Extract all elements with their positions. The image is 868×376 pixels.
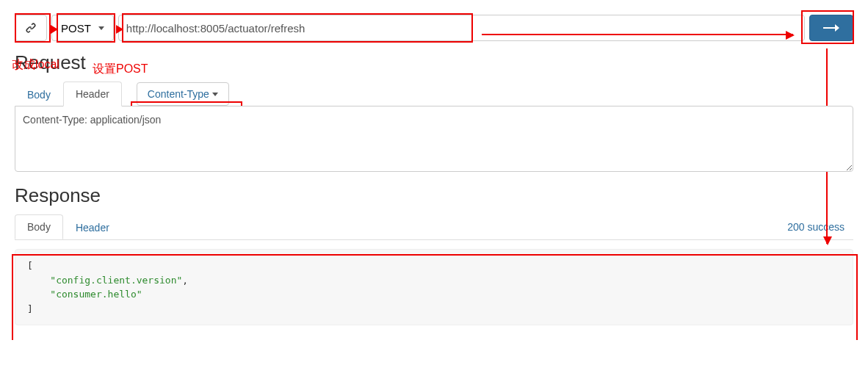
response-status: 200 success — [778, 215, 853, 239]
url-input[interactable] — [118, 15, 805, 41]
send-button[interactable] — [809, 15, 853, 41]
tab-request-body[interactable]: Body — [15, 82, 63, 106]
tab-response-body[interactable]: Body — [15, 214, 63, 239]
http-method-label: POST — [61, 22, 91, 35]
content-type-label: Content-Type — [148, 88, 209, 100]
tab-request-header[interactable]: Header — [63, 82, 122, 106]
request-tabs: Body Header Content-Type — [15, 82, 853, 106]
http-method-select[interactable]: POST — [51, 15, 114, 41]
headers-textarea[interactable] — [15, 106, 853, 172]
tab-response-header[interactable]: Header — [63, 215, 122, 239]
request-bar: POST — [15, 15, 853, 41]
request-title: Request — [15, 51, 853, 74]
arrow-right-icon — [823, 23, 839, 33]
content-type-dropdown[interactable]: Content-Type — [137, 82, 229, 106]
response-title: Response — [15, 184, 853, 207]
response-tabs: Body Header 200 success — [15, 214, 853, 240]
link-icon — [24, 21, 37, 35]
local-toggle-button[interactable] — [15, 15, 47, 41]
caret-down-icon — [212, 93, 218, 96]
response-panel: Body Header 200 success [ "config.client… — [15, 214, 853, 325]
response-body: [ "config.client.version", "consumer.hel… — [15, 249, 853, 325]
caret-down-icon — [98, 26, 104, 30]
